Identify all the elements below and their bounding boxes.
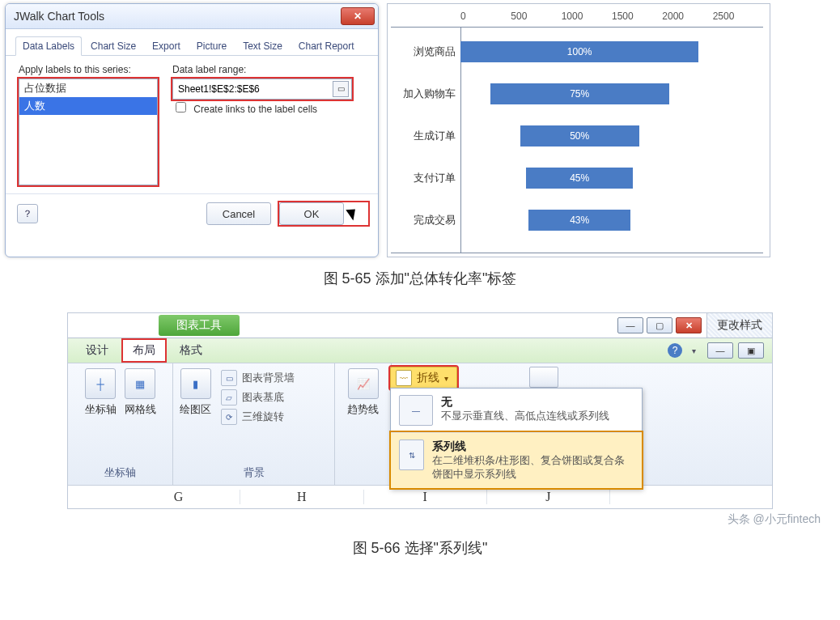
plot-area-button[interactable]: ▮ 绘图区	[180, 368, 211, 427]
apply-labels-label: Apply labels to this series:	[19, 64, 158, 75]
other-ribbon-button[interactable]	[529, 367, 558, 388]
series-lines-icon: ⇅	[399, 440, 424, 470]
doc-minimize-icon[interactable]: —	[707, 342, 733, 359]
change-style-panel[interactable]: 更改样式	[706, 313, 772, 338]
x-tick: 0	[460, 11, 511, 27]
collapse-ribbon-icon[interactable]: ▾	[692, 346, 696, 355]
help-button[interactable]: ？	[17, 204, 38, 223]
lines-dropdown-button[interactable]: 〰 折线 ▾	[390, 367, 457, 389]
figure-65-caption: 图 5-65 添加"总体转化率"标签	[5, 269, 835, 288]
x-tick: 2500	[713, 11, 763, 27]
tab-layout[interactable]: 布局	[123, 340, 165, 361]
gridlines-button[interactable]: ▦ 网格线	[125, 368, 156, 417]
dialog-title: JWalk Chart Tools	[14, 10, 104, 23]
x-tick: 2000	[662, 11, 712, 27]
watermark: 头条 @小元fintech	[5, 509, 835, 527]
y-category: 完成交易	[391, 213, 460, 227]
cursor-icon	[349, 206, 360, 221]
range-picker-icon[interactable]: ▭	[333, 81, 349, 97]
create-links-check[interactable]	[176, 102, 186, 113]
help-icon[interactable]: ?	[668, 343, 682, 358]
none-icon: —	[399, 395, 433, 426]
trendline-button[interactable]: 📈 趋势线	[347, 368, 379, 417]
y-category: 浏览商品	[391, 45, 460, 59]
data-label-range-input[interactable]: ▭	[172, 79, 352, 100]
jwalk-chart-tools-dialog: JWalk Chart Tools ✕ Data Labels Chart Si…	[5, 3, 379, 257]
cancel-button[interactable]: Cancel	[206, 202, 271, 225]
column-header[interactable]: I	[364, 490, 487, 504]
ok-button[interactable]: OK	[279, 202, 344, 225]
chart-wall-button[interactable]: ▭图表背景墙	[221, 368, 295, 388]
dropdown-item-desc: 在二维堆积条/柱形图、复合饼图或复合条饼图中显示系列线	[432, 454, 634, 482]
axes-icon: ┼	[85, 368, 116, 399]
x-tick: 500	[511, 11, 561, 27]
dropdown-item-series-lines[interactable]: ⇅ 系列线 在二维堆积条/柱形图、复合饼图或复合条饼图中显示系列线	[391, 432, 642, 488]
excel-ribbon-figure: 图表工具 — ▢ ✕ 更改样式 设计 布局 格式 ? ▾ — ▣	[67, 312, 773, 509]
lines-icon: 〰	[396, 370, 412, 386]
tab-text-size[interactable]: Text Size	[235, 36, 290, 56]
x-tick: 1500	[612, 11, 662, 27]
group-background-label: 背景	[244, 462, 265, 482]
tab-chart-report[interactable]: Chart Report	[291, 36, 362, 56]
contextual-tab-label[interactable]: 图表工具	[159, 315, 240, 336]
tab-data-labels[interactable]: Data Labels	[15, 36, 82, 56]
chart-floor-label: 图表基底	[242, 390, 284, 405]
range-input[interactable]	[173, 83, 330, 95]
tab-chart-size[interactable]: Chart Size	[83, 36, 143, 56]
dropdown-item-desc: 不显示垂直线、高低点连线或系列线	[441, 410, 609, 423]
wall-icon: ▭	[221, 370, 237, 386]
x-tick: 1000	[562, 11, 612, 27]
rotate-3d-label: 三维旋转	[242, 410, 284, 424]
create-links-label: Create links to the label cells	[193, 104, 317, 115]
minimize-icon[interactable]: —	[617, 317, 643, 333]
close-icon[interactable]: ✕	[341, 7, 375, 25]
close-icon[interactable]: ✕	[676, 317, 702, 333]
dialog-titlebar[interactable]: JWalk Chart Tools ✕	[6, 4, 378, 29]
series-listbox[interactable]: 占位数据 人数	[19, 79, 158, 185]
tab-format[interactable]: 格式	[170, 340, 212, 361]
range-label: Data label range:	[172, 64, 352, 75]
figure-66-caption: 图 5-66 选择"系列线"	[5, 538, 835, 558]
column-header[interactable]: G	[117, 490, 240, 504]
y-category: 生成订单	[391, 129, 460, 143]
rotate-3d-button[interactable]: ⟳三维旋转	[221, 407, 295, 427]
tab-picture[interactable]: Picture	[189, 36, 234, 56]
funnel-chart: 0 500 1000 1500 2000 2500 浏览商品 100% 加入购物…	[387, 3, 770, 257]
list-item[interactable]: 占位数据	[19, 79, 157, 97]
axes-button[interactable]: ┼ 坐标轴	[85, 368, 117, 417]
bar: 50%	[520, 125, 639, 147]
list-item[interactable]: 人数	[19, 97, 157, 115]
ribbon-tabs: 设计 布局 格式 ? ▾ — ▣	[68, 338, 772, 363]
trendline-icon: 📈	[348, 368, 379, 399]
create-links-checkbox[interactable]: Create links to the label cells	[172, 104, 317, 115]
window-controls: — ▢ ✕	[613, 313, 706, 338]
x-axis-ticks: 0 500 1000 1500 2000 2500	[460, 11, 763, 27]
plot-area-label: 绘图区	[180, 402, 211, 417]
plot-area-icon: ▮	[180, 368, 211, 399]
group-axes-label: 坐标轴	[104, 462, 136, 482]
column-header[interactable]: J	[487, 490, 610, 504]
gridlines-label: 网格线	[125, 402, 156, 417]
maximize-icon[interactable]: ▢	[647, 317, 672, 333]
y-category: 加入购物车	[391, 87, 460, 101]
bar: 43%	[528, 210, 631, 231]
dropdown-item-none[interactable]: — 无 不显示垂直线、高低点连线或系列线	[391, 389, 642, 432]
dialog-tabs: Data Labels Chart Size Export Picture Te…	[6, 29, 378, 56]
doc-restore-icon[interactable]: ▣	[738, 342, 764, 359]
dropdown-item-title: 系列线	[432, 440, 634, 454]
lines-dropdown-menu: — 无 不显示垂直线、高低点连线或系列线 ⇅ 系列线 在二维堆积条/柱形图、复合…	[390, 388, 643, 489]
rotate-icon: ⟳	[221, 409, 237, 425]
chart-floor-button[interactable]: ▱图表基底	[221, 388, 295, 407]
bar: 75%	[490, 83, 669, 104]
contextual-tab: 图表工具	[117, 313, 282, 338]
column-header[interactable]: H	[240, 490, 363, 504]
bar: 100%	[460, 41, 698, 62]
grid-icon: ▦	[125, 368, 155, 399]
tab-export[interactable]: Export	[145, 36, 188, 56]
trendline-label: 趋势线	[347, 402, 379, 417]
chart-wall-label: 图表背景墙	[242, 371, 295, 385]
y-category: 支付订单	[391, 171, 460, 185]
floor-icon: ▱	[221, 389, 237, 406]
tab-design[interactable]: 设计	[76, 340, 118, 361]
dropdown-item-title: 无	[441, 395, 609, 410]
